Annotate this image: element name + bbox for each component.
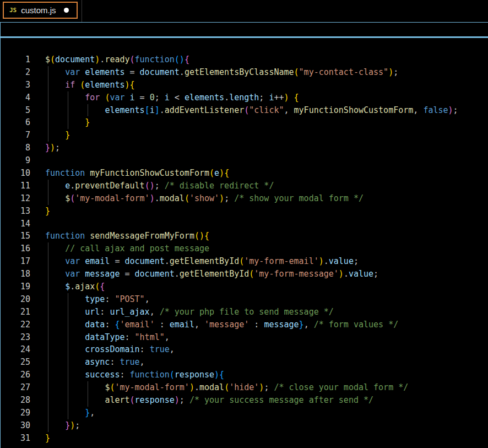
code-line-text: } xyxy=(45,129,70,142)
code-line-text: } xyxy=(45,432,50,445)
code-token: 'email' xyxy=(120,320,154,330)
code-token: document xyxy=(125,256,165,266)
code-line[interactable]: 12 $('my-modal-form').modal('show'); /* … xyxy=(1,192,488,205)
line-number: 23 xyxy=(1,331,30,344)
code-token: ( xyxy=(249,269,254,279)
code-editor[interactable]: 1$(document).ready(function(){2 var elem… xyxy=(1,38,488,448)
code-token: /* your php file to send message */ xyxy=(160,307,334,317)
code-line[interactable]: 17 var email = document.getElementById('… xyxy=(1,255,488,268)
indent-guide xyxy=(48,419,48,432)
code-token: var xyxy=(65,256,80,266)
code-line[interactable]: 28 alert(response); /* your success mess… xyxy=(1,394,488,407)
code-line[interactable]: 20 type: "POST", xyxy=(1,293,488,306)
line-number: 21 xyxy=(1,306,30,319)
code-token: : xyxy=(140,344,150,354)
code-token: var xyxy=(65,269,80,279)
code-token: ( xyxy=(209,168,214,178)
code-line[interactable]: 10function myFunctionShowCustomForm(e){ xyxy=(1,167,488,180)
code-token: length xyxy=(229,93,259,102)
code-token: modal xyxy=(199,382,224,392)
code-token: . xyxy=(70,181,75,191)
code-token: , xyxy=(165,332,170,342)
code-line[interactable]: 6 } xyxy=(1,116,488,129)
code-line[interactable]: 1$(document).ready(function(){ xyxy=(1,53,488,66)
code-line-text: data: {'email' : email, 'message' : mess… xyxy=(45,319,398,331)
code-line-text: var email = document.getElementById('my-… xyxy=(45,255,359,268)
code-token: /* disable redirect */ xyxy=(165,181,274,191)
indent-guide xyxy=(68,407,68,419)
code-token: ( xyxy=(130,55,135,64)
code-token: email xyxy=(85,256,110,266)
code-line[interactable]: 27 $('my-modal-form').modal('hide'); /* … xyxy=(1,381,488,394)
code-token: , xyxy=(413,105,423,115)
code-line[interactable]: 22 data: {'email' : email, 'message' : m… xyxy=(1,319,488,331)
code-line[interactable]: 19 $.ajax({ xyxy=(1,280,488,293)
code-line[interactable]: 23 dataType: "html", xyxy=(1,331,488,344)
code-token: ) xyxy=(388,67,393,77)
code-token: ( xyxy=(185,193,189,203)
code-line[interactable]: 3 if (elements){ xyxy=(1,79,488,91)
code-token: response xyxy=(135,395,175,405)
code-line[interactable]: 4 for (var i = 0; i < elements.length; i… xyxy=(1,91,488,104)
code-line[interactable]: 11 e.preventDefault(); /* disable redire… xyxy=(1,180,488,192)
code-token: /* close your modal form */ xyxy=(274,382,408,392)
code-token: 0 xyxy=(150,93,155,102)
code-token: ; xyxy=(155,93,165,102)
code-token: /* your success message after send */ xyxy=(189,395,373,405)
code-line-text: }, xyxy=(45,407,95,419)
code-line[interactable]: 2 var elements = document.getElementsByC… xyxy=(1,66,488,79)
code-line[interactable]: 30 }); xyxy=(1,419,488,432)
code-line-text: }); xyxy=(45,142,60,154)
indent-guide xyxy=(68,91,68,104)
code-line[interactable]: 31} xyxy=(1,432,488,445)
code-line[interactable]: 18 var message = document.getElementById… xyxy=(1,268,488,280)
code-token: , xyxy=(90,408,95,418)
code-token: ( xyxy=(80,80,85,90)
line-number: 6 xyxy=(1,116,30,129)
code-token: value xyxy=(349,269,373,279)
indent-guide xyxy=(88,104,88,117)
code-token: . xyxy=(324,256,329,266)
code-token: ; xyxy=(259,93,269,102)
indent-guide xyxy=(68,306,68,319)
indent-guide xyxy=(48,381,48,394)
code-line[interactable]: 14 xyxy=(1,218,488,230)
line-number: 31 xyxy=(1,432,30,445)
code-line[interactable]: 26 success: function(response){ xyxy=(1,369,488,381)
code-line[interactable]: 9 xyxy=(1,154,488,167)
code-token: true xyxy=(120,357,139,367)
code-token: ( xyxy=(50,55,55,64)
code-token: ( xyxy=(145,181,150,191)
code-token: elements xyxy=(105,105,144,115)
code-token xyxy=(289,93,294,102)
code-token: modal xyxy=(160,193,185,203)
code-line[interactable]: 13} xyxy=(1,205,488,218)
line-number: 9 xyxy=(1,154,30,167)
code-token: ) xyxy=(219,168,224,178)
code-token: , xyxy=(140,357,145,367)
code-token: ) xyxy=(339,269,344,279)
indent-guide xyxy=(48,66,48,79)
line-number: 29 xyxy=(1,407,30,419)
code-line[interactable]: 24 crossDomain: true, xyxy=(1,343,488,356)
tab-custom-js[interactable]: JS custom.js xyxy=(3,2,78,19)
code-line[interactable]: 21 url: url_ajax, /* your php file to se… xyxy=(1,306,488,319)
code-line[interactable]: 15function sendMessageFromMyForm(){ xyxy=(1,230,488,242)
code-line[interactable]: 7 } xyxy=(1,129,488,142)
indent-guide xyxy=(68,116,68,129)
code-token: if xyxy=(65,80,75,90)
indent-guide xyxy=(68,381,68,394)
code-token: var xyxy=(65,67,80,77)
code-line[interactable]: 16 // call ajax and post message xyxy=(1,242,488,255)
indent-guide xyxy=(48,116,48,129)
code-token: = xyxy=(125,67,140,77)
code-token: 'hide' xyxy=(229,382,259,392)
code-line[interactable]: 8}); xyxy=(1,142,488,154)
code-line-text: // call ajax and post message xyxy=(45,242,209,255)
code-line[interactable]: 5 elements[i].addEventListener("click", … xyxy=(1,104,488,117)
indent-guide xyxy=(88,394,88,407)
line-number: 27 xyxy=(1,381,30,394)
code-line[interactable]: 29 }, xyxy=(1,407,488,419)
unsaved-changes-dot-icon[interactable] xyxy=(64,8,69,13)
code-line[interactable]: 25 async: true, xyxy=(1,356,488,369)
